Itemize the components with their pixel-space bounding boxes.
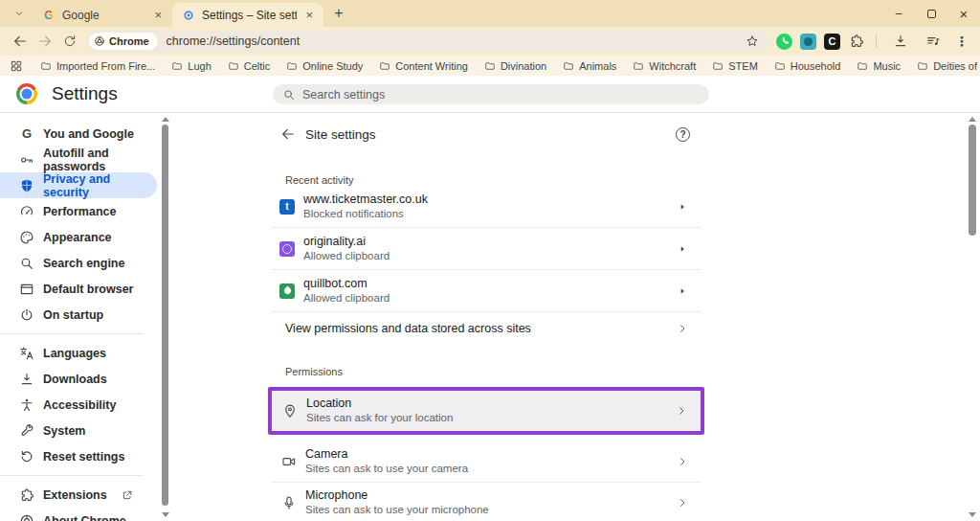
sidebar-item-privacy-and-security[interactable]: Privacy and security bbox=[0, 172, 157, 198]
permission-row-location[interactable]: Location Sites can ask for your location bbox=[272, 391, 701, 431]
sidebar-divider bbox=[0, 333, 144, 334]
close-button[interactable]: × bbox=[947, 0, 980, 27]
bookmark-folder[interactable]: Divination bbox=[484, 60, 546, 72]
tab-close-icon[interactable]: × bbox=[302, 8, 316, 22]
sidebar-scrollbar-thumb[interactable] bbox=[162, 125, 168, 506]
sidebar-item-label: Extensions bbox=[43, 488, 107, 502]
tab-settings[interactable]: Settings – Site settings × bbox=[172, 3, 323, 27]
browser-menu-icon[interactable]: ⋮ bbox=[951, 34, 972, 49]
quillbot-favicon bbox=[279, 283, 295, 299]
bookmark-folder[interactable]: Lugh bbox=[171, 60, 211, 72]
bookmark-folder[interactable]: Celtic bbox=[228, 60, 271, 72]
scroll-up-icon[interactable] bbox=[969, 117, 976, 122]
apps-grid-icon[interactable] bbox=[10, 59, 23, 73]
download-icon bbox=[19, 372, 34, 387]
bookmark-folder-label: Witchcraft bbox=[649, 60, 696, 72]
bookmark-folder[interactable]: Music bbox=[857, 60, 901, 72]
recent-activity-row-originality[interactable]: originality.ai Allowed clipboard bbox=[271, 228, 702, 269]
sidebar-item-search-engine[interactable]: Search engine bbox=[0, 250, 157, 276]
sidebar-item-you-and-google[interactable]: GYou and Google bbox=[0, 121, 157, 147]
scroll-up-icon[interactable] bbox=[162, 117, 169, 122]
scroll-down-icon[interactable] bbox=[162, 512, 169, 517]
permission-row-camera[interactable]: Camera Sites can ask to use your camera bbox=[271, 442, 702, 482]
reset-icon bbox=[19, 449, 34, 464]
forward-icon[interactable] bbox=[33, 30, 56, 53]
sidebar-item-performance[interactable]: Performance bbox=[0, 198, 157, 224]
settings-search[interactable] bbox=[273, 84, 709, 104]
reload-icon[interactable] bbox=[58, 30, 81, 53]
view-permissions-row[interactable]: View permissions and data stored across … bbox=[271, 312, 702, 345]
sidebar-item-default-browser[interactable]: Default browser bbox=[0, 276, 157, 302]
site-settings-header: Site settings ? bbox=[271, 119, 702, 149]
bookmark-folder[interactable]: Animals bbox=[563, 60, 616, 72]
sidebar-item-label: Downloads bbox=[43, 373, 107, 386]
tab-search-chevron-icon[interactable] bbox=[9, 4, 30, 23]
site-status: Blocked notifications bbox=[303, 207, 428, 221]
address-bar[interactable]: Chrome chrome://settings/content bbox=[86, 31, 768, 53]
teal-extension-icon[interactable] bbox=[800, 34, 816, 50]
chip-label: Chrome bbox=[109, 35, 149, 47]
sidebar-item-extensions[interactable]: Extensions bbox=[0, 482, 157, 508]
sidebar-item-languages[interactable]: Languages bbox=[0, 340, 157, 366]
recent-activity-row-ticketmaster[interactable]: t www.ticketmaster.co.uk Blocked notific… bbox=[271, 186, 702, 227]
bookmark-folder[interactable]: Online Study bbox=[286, 60, 363, 72]
chevron-right-icon bbox=[676, 405, 687, 417]
chrome-mono-icon bbox=[94, 35, 105, 47]
maximize-button[interactable] bbox=[915, 0, 947, 27]
bookmark-folder[interactable]: STEM bbox=[712, 60, 758, 72]
expand-triangle-icon bbox=[677, 285, 688, 297]
search-settings-input[interactable] bbox=[302, 88, 700, 102]
permission-title: Location bbox=[306, 396, 453, 411]
bookmark-folder[interactable]: Witchcraft bbox=[633, 60, 696, 72]
tab-google[interactable]: G Google × bbox=[33, 3, 172, 27]
bookmark-folder-label: Animals bbox=[579, 60, 616, 72]
permission-title: Microphone bbox=[305, 488, 489, 503]
view-permissions-label: View permissions and data stored across … bbox=[285, 322, 531, 335]
help-icon[interactable]: ? bbox=[676, 127, 690, 142]
sidebar-item-label: Languages bbox=[43, 347, 106, 360]
sidebar-item-downloads[interactable]: Downloads bbox=[0, 366, 157, 392]
sidebar-item-appearance[interactable]: Appearance bbox=[0, 224, 157, 250]
whatsapp-extension-icon[interactable] bbox=[776, 34, 792, 50]
bookmark-folder[interactable]: Content Writing bbox=[379, 60, 468, 72]
new-tab-button[interactable]: + bbox=[327, 2, 350, 25]
sidebar-item-autofill[interactable]: Autofill and passwords bbox=[0, 147, 157, 172]
bookmark-folder-label: Online Study bbox=[302, 60, 363, 72]
sidebar-item-accessibility[interactable]: Accessibility bbox=[0, 392, 157, 418]
bookmark-folder[interactable]: Deities of the World bbox=[917, 60, 980, 72]
row-text: www.ticketmaster.co.uk Blocked notificat… bbox=[303, 193, 428, 221]
scroll-down-icon[interactable] bbox=[969, 512, 976, 517]
key-icon bbox=[19, 152, 34, 168]
site-settings-content: Site settings ? Recent activity t www.ti… bbox=[271, 113, 702, 521]
minimize-button[interactable]: – bbox=[882, 0, 915, 27]
c-extension-icon[interactable]: C bbox=[824, 34, 840, 50]
search-icon bbox=[282, 88, 296, 102]
wrench-icon bbox=[19, 423, 34, 439]
bookmark-folder[interactable]: Imported From Fire... bbox=[40, 60, 155, 72]
row-text: Microphone Sites can ask to use your mic… bbox=[305, 488, 489, 517]
recent-activity-heading: Recent activity bbox=[271, 174, 702, 186]
bookmark-star-icon[interactable] bbox=[746, 34, 759, 48]
sidebar-item-system[interactable]: System bbox=[0, 418, 157, 443]
tab-close-icon[interactable]: × bbox=[151, 8, 165, 22]
page-scrollbar-thumb[interactable] bbox=[969, 125, 976, 236]
sidebar-item-about-chrome[interactable]: About Chrome bbox=[0, 508, 157, 521]
settings-sidebar: GYou and Google Autofill and passwords P… bbox=[0, 121, 159, 521]
row-text: Location Sites can ask for your location bbox=[306, 396, 453, 425]
extensions-puzzle-icon[interactable] bbox=[848, 34, 864, 50]
settings-body: GYou and Google Autofill and passwords P… bbox=[0, 113, 980, 521]
bookmark-folder[interactable]: Household bbox=[774, 60, 841, 72]
sidebar-item-on-startup[interactable]: On startup bbox=[0, 302, 157, 328]
sidebar-item-label: On startup bbox=[43, 308, 103, 322]
sidebar-item-label: You and Google bbox=[43, 127, 134, 141]
permission-row-microphone[interactable]: Microphone Sites can ask to use your mic… bbox=[271, 483, 702, 521]
downloads-icon[interactable] bbox=[889, 30, 912, 53]
permission-title: Camera bbox=[305, 447, 468, 462]
back-arrow-icon[interactable] bbox=[277, 123, 300, 146]
bookmark-folder-label: Lugh bbox=[188, 60, 211, 72]
back-icon[interactable] bbox=[9, 30, 32, 53]
toolbar: Chrome chrome://settings/content C ⋮ bbox=[0, 27, 980, 56]
media-controls-icon[interactable] bbox=[922, 30, 945, 53]
recent-activity-row-quillbot[interactable]: quillbot.com Allowed clipboard bbox=[271, 270, 702, 311]
sidebar-item-reset-settings[interactable]: Reset settings bbox=[0, 443, 157, 469]
